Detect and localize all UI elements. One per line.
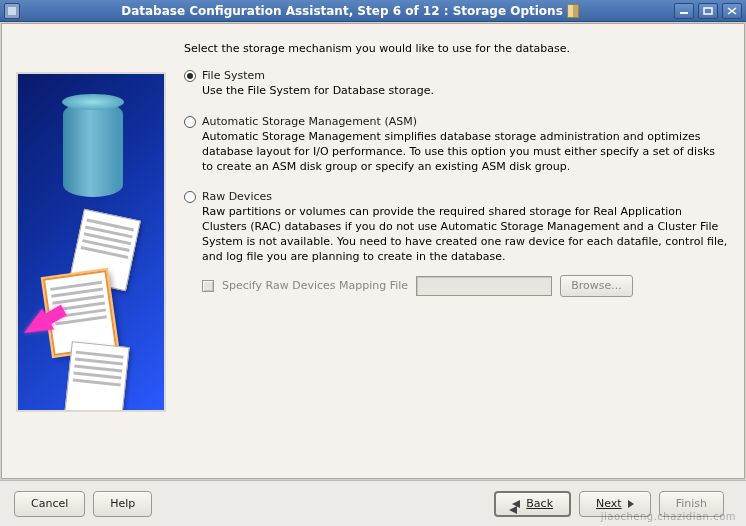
options-panel: Select the storage mechanism you would l… <box>184 34 728 468</box>
app-icon <box>4 3 20 19</box>
chevron-right-icon <box>628 500 634 508</box>
option-file-system: File System Use the File System for Data… <box>184 69 728 99</box>
help-button[interactable]: Help <box>93 491 152 517</box>
close-button[interactable] <box>722 3 742 19</box>
wizard-content: Select the storage mechanism you would l… <box>1 23 745 479</box>
minimize-button[interactable] <box>674 3 694 19</box>
option-file-system-desc: Use the File System for Database storage… <box>202 84 728 99</box>
option-asm-desc: Automatic Storage Management simplifies … <box>202 130 728 175</box>
option-asm-title[interactable]: Automatic Storage Management (ASM) <box>202 115 417 128</box>
next-label: Next <box>596 497 622 510</box>
radio-asm[interactable] <box>184 116 196 128</box>
instruction-text: Select the storage mechanism you would l… <box>184 42 728 55</box>
label-specify-mapping-file: Specify Raw Devices Mapping File <box>222 279 408 292</box>
browse-button: Browse... <box>560 275 633 297</box>
wizard-illustration <box>16 72 166 468</box>
title-decoration-icon <box>567 4 579 18</box>
option-raw-title[interactable]: Raw Devices <box>202 190 272 203</box>
maximize-button[interactable] <box>698 3 718 19</box>
finish-button: Finish <box>659 491 724 517</box>
option-asm: Automatic Storage Management (ASM) Autom… <box>184 115 728 175</box>
radio-raw-devices[interactable] <box>184 191 196 203</box>
next-button[interactable]: Next <box>579 491 651 517</box>
chevron-left-icon <box>512 500 520 508</box>
back-button[interactable]: Back <box>494 491 571 517</box>
back-label: Back <box>526 497 553 510</box>
svg-rect-2 <box>704 8 712 14</box>
radio-file-system[interactable] <box>184 70 196 82</box>
option-raw-desc: Raw partitions or volumes can provide th… <box>202 205 728 264</box>
option-file-system-title[interactable]: File System <box>202 69 265 82</box>
checkbox-specify-mapping-file[interactable] <box>202 280 214 292</box>
window-titlebar: Database Configuration Assistant, Step 6… <box>0 0 746 22</box>
wizard-footer: Cancel Help Back Next Finish <box>0 480 746 526</box>
input-mapping-file-path <box>416 276 552 296</box>
cancel-button[interactable]: Cancel <box>14 491 85 517</box>
option-raw-devices: Raw Devices Raw partitions or volumes ca… <box>184 190 728 296</box>
window-title: Database Configuration Assistant, Step 6… <box>121 4 563 18</box>
svg-rect-0 <box>8 7 16 15</box>
